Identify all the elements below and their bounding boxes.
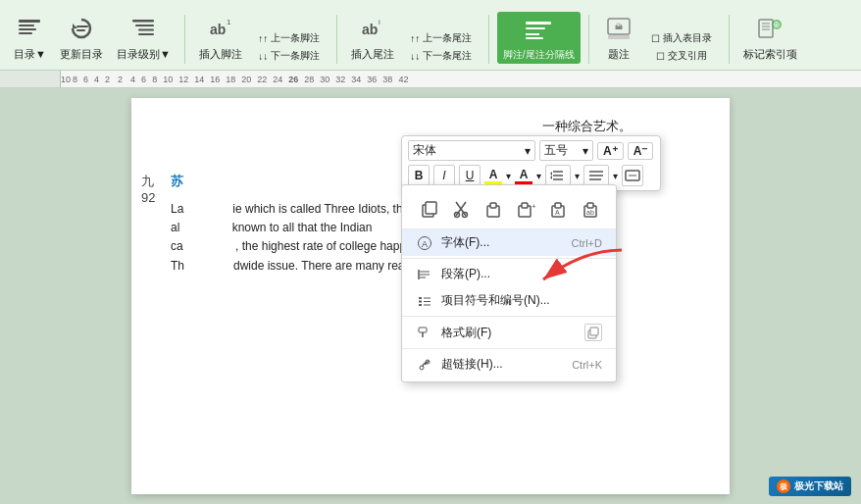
align-button[interactable] [583, 165, 609, 186]
ctx-paragraph-item[interactable]: 段落(P)... [402, 261, 616, 287]
next-footnote-icon: ↓↓ 下一条脚注 [258, 49, 320, 63]
svg-rect-6 [76, 29, 85, 31]
ruler: 10 8 6 4 2 2 4 6 8 10 12 14 16 18 20 22 … [0, 71, 861, 88]
insert-toa-label: 插入表目录 [663, 31, 712, 45]
caption-button[interactable]: 🏔 题注 [597, 11, 640, 64]
ctx-paste-format-icon[interactable]: ab [576, 195, 605, 223]
cross-ref-button[interactable]: ☐ 交叉引用 [642, 48, 721, 64]
more-button[interactable] [622, 165, 643, 186]
insert-endnote-icon: ab i [357, 13, 388, 44]
endnote-group: ab i 插入尾注 ↑↑ 上一条尾注 ↓↓ 下一条尾注 [345, 11, 481, 64]
footnote-sep-button[interactable]: 脚注/尾注分隔线 [497, 12, 581, 64]
line-spacing-button[interactable] [545, 165, 571, 186]
footnote-group: ab 1 插入脚注 ↑↑ 上一条脚注 ↓↓ 下一条脚注 [193, 11, 329, 64]
ctx-bullets-item[interactable]: 项目符号和编号(N)... [402, 287, 616, 314]
highlight-color-button[interactable]: A [484, 168, 502, 184]
font-dropdown-icon: ▾ [525, 144, 531, 158]
watermark-text: 极光下载站 [794, 479, 843, 493]
next-footnote-button[interactable]: ↓↓ 下一条脚注 [250, 48, 329, 64]
mark-index-icon: ⊕ [754, 13, 785, 44]
svg-rect-22 [759, 20, 773, 37]
insert-toa-button[interactable]: ☐ 插入表目录 [642, 30, 721, 46]
svg-marker-32 [550, 176, 552, 179]
ctx-paste-icon[interactable] [479, 195, 508, 223]
ctx-copy-icon[interactable] [414, 195, 443, 223]
ctx-hyperlink-label: 超链接(H)... [441, 356, 503, 373]
ctx-paste-text-icon[interactable]: A [543, 195, 573, 223]
mark-index-button[interactable]: ⊕ 标记索引项 [737, 11, 803, 64]
svg-point-71 [420, 366, 424, 370]
ctx-font-icon: A [416, 235, 433, 251]
ctx-format-brush-item[interactable]: 格式刷(F) [402, 319, 616, 346]
size-dropdown-icon: ▾ [582, 144, 588, 158]
svg-rect-39 [426, 202, 436, 214]
insert-endnote-label: 插入尾注 [351, 47, 394, 62]
svg-rect-47 [522, 203, 528, 208]
toc-icon [14, 13, 45, 44]
prev-footnote-icon: ↑↑ 上一条脚注 [258, 31, 320, 45]
toc-level-button[interactable]: 目录级别▼ [111, 11, 177, 64]
svg-rect-0 [19, 20, 40, 23]
prev-footnote-button[interactable]: ↑↑ 上一条脚注 [250, 30, 329, 46]
mini-toolbar: 宋体 ▾ 五号 ▾ A⁺ A⁻ B I U A ▾ [401, 135, 661, 191]
ctx-cut-icon[interactable] [446, 195, 476, 223]
ctx-sep1 [402, 258, 616, 259]
svg-rect-67 [419, 328, 427, 332]
doc-art-text: 一种综合艺术。 [171, 118, 690, 135]
update-toc-label: 更新目录 [60, 47, 103, 62]
svg-rect-5 [76, 25, 88, 27]
svg-rect-8 [135, 25, 154, 26]
svg-text:🏔: 🏔 [615, 23, 623, 31]
caption-icon: 🏔 [603, 13, 634, 44]
svg-rect-53 [587, 203, 593, 208]
ctx-hyperlink-shortcut: Ctrl+K [572, 359, 602, 371]
toc-level-icon [127, 13, 159, 44]
svg-rect-45 [490, 203, 496, 208]
svg-rect-70 [590, 328, 598, 335]
shrink-button[interactable]: A⁻ [628, 142, 654, 160]
italic-button[interactable]: I [433, 165, 455, 186]
ctx-paste-special-icon[interactable]: + [511, 195, 540, 223]
ruler-marks: 10 8 6 4 2 2 4 6 8 10 12 14 16 18 20 22 … [61, 75, 861, 84]
toc-button[interactable]: 目录▼ [8, 11, 52, 64]
underline-button[interactable]: U [459, 165, 481, 186]
insert-endnote-button[interactable]: ab i 插入尾注 [345, 11, 400, 64]
highlight-dropdown[interactable]: ▾ [506, 171, 511, 181]
ctx-font-item[interactable]: A 字体(F)... Ctrl+D [402, 229, 616, 256]
ctx-font-label: 字体(F)... [441, 234, 489, 251]
sep3 [488, 15, 489, 64]
ctx-format-brush-copy-icon[interactable] [584, 324, 602, 341]
font-select[interactable]: 宋体 ▾ [408, 140, 535, 161]
svg-rect-18 [526, 37, 543, 39]
prev-endnote-button[interactable]: ↑↑ 上一条尾注 [402, 30, 481, 46]
bold-button[interactable]: B [408, 165, 430, 186]
context-menu: + A ab A 字体(F)... Ctrl+D [401, 184, 617, 382]
svg-rect-65 [419, 304, 422, 306]
cross-ref-label: 交叉引用 [668, 49, 707, 63]
mini-toolbar-row2: B I U A ▾ A ▾ ▾ [408, 165, 654, 186]
next-endnote-label: 下一条尾注 [423, 49, 472, 63]
context-icon-row: + A ab [402, 189, 616, 229]
align-dropdown[interactable]: ▾ [613, 171, 618, 181]
prev-endnote-icon: ↑↑ 上一条尾注 [410, 31, 472, 45]
spacing-dropdown[interactable]: ▾ [575, 171, 580, 181]
ctx-paragraph-icon [416, 267, 433, 282]
font-color-dropdown[interactable]: ▾ [536, 171, 541, 181]
svg-rect-15 [526, 22, 551, 25]
prev-footnote-label: 上一条脚注 [271, 31, 320, 45]
insert-footnote-button[interactable]: ab 1 插入脚注 [193, 11, 248, 64]
font-color-button[interactable]: A [515, 168, 532, 184]
ctx-hyperlink-icon [416, 357, 433, 373]
sep5 [729, 15, 730, 64]
svg-rect-21 [608, 35, 630, 39]
caption-group: 🏔 题注 ☐ 插入表目录 ☐ 交叉引用 [597, 11, 721, 64]
cross-ref-icon: ☐ 交叉引用 [656, 49, 707, 63]
caption-label: 题注 [608, 47, 630, 62]
ctx-hyperlink-item[interactable]: 超链接(H)... Ctrl+K [402, 351, 616, 378]
next-endnote-button[interactable]: ↓↓ 下一条尾注 [402, 48, 481, 64]
font-name: 宋体 [413, 142, 436, 159]
document-page[interactable]: 一种综合艺术。 九 92 苏 La ie which is called Thr… [131, 98, 730, 494]
font-size-select[interactable]: 五号 ▾ [539, 140, 593, 161]
update-toc-button[interactable]: 更新目录 [54, 11, 109, 64]
grow-button[interactable]: A⁺ [597, 142, 624, 160]
